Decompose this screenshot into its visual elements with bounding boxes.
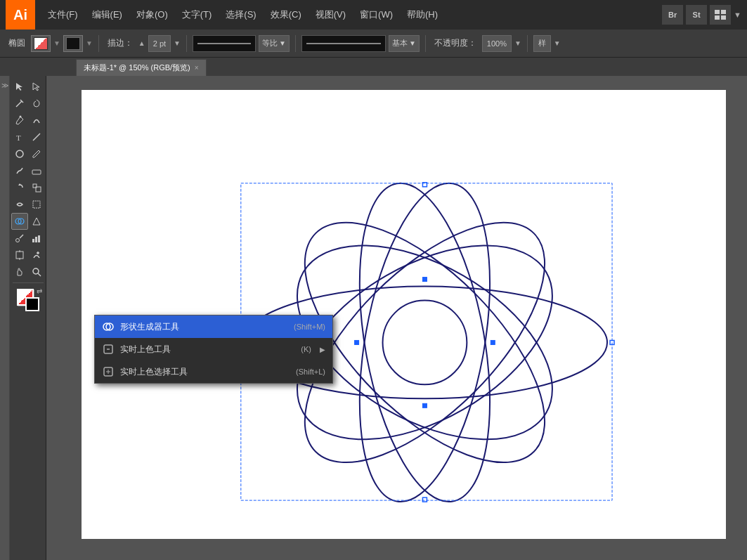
scale-tool[interactable] bbox=[29, 180, 44, 195]
left-panel: ≫ bbox=[0, 76, 10, 560]
stroke-color bbox=[66, 37, 80, 50]
live-paint-tool-item[interactable]: 实时上色工具 (K) ▶ bbox=[95, 338, 332, 360]
warp-tool[interactable] bbox=[12, 197, 27, 212]
toolbox-divider-color bbox=[13, 282, 44, 283]
type-tool[interactable]: T bbox=[12, 129, 27, 145]
stroke-width-input[interactable]: 2 pt bbox=[148, 35, 171, 52]
svg-line-4 bbox=[16, 101, 22, 107]
live-paint-select-item[interactable]: 实时上色选择工具 (Shift+L) bbox=[95, 360, 332, 383]
menu-select[interactable]: 选择(S) bbox=[219, 6, 263, 24]
stroke-proportional-select[interactable]: 等比 ▼ bbox=[259, 35, 290, 52]
background-swatch[interactable] bbox=[25, 297, 39, 311]
stroke-down-arrow[interactable]: ▼ bbox=[174, 39, 181, 47]
svg-rect-0 bbox=[715, 10, 720, 14]
rotate-tool[interactable] bbox=[12, 180, 27, 195]
menu-help[interactable]: 帮助(H) bbox=[400, 6, 445, 24]
svg-rect-1 bbox=[721, 10, 726, 14]
tool-row-10 bbox=[12, 230, 44, 246]
opacity-dropdown[interactable]: ▼ bbox=[514, 39, 521, 47]
svg-point-6 bbox=[19, 116, 21, 118]
svg-rect-3 bbox=[721, 15, 726, 20]
perspective-grid-tool[interactable] bbox=[29, 214, 44, 229]
toolbox: T bbox=[10, 76, 46, 560]
menu-view[interactable]: 视图(V) bbox=[308, 6, 353, 24]
style-sample[interactable]: 样 bbox=[533, 35, 551, 52]
stroke-basic-select[interactable]: 基本 ▼ bbox=[389, 35, 420, 52]
shape-builder-icon bbox=[102, 320, 115, 333]
stroke-profile-selector[interactable] bbox=[301, 35, 386, 52]
control-toolbar: 椭圆 ▼ ▼ 描边： ▲ 2 pt ▼ 等比 ▼ 基本 ▼ 不透明度： 100%… bbox=[0, 30, 747, 58]
tool-row-9 bbox=[12, 214, 44, 229]
workspace-arrow[interactable]: ▼ bbox=[734, 11, 741, 19]
tool-row-11 bbox=[12, 247, 44, 263]
dropdown-arrow-stroke[interactable]: ▼ bbox=[86, 39, 93, 47]
tool-row-6 bbox=[12, 163, 44, 178]
paintbrush-tool[interactable] bbox=[29, 146, 44, 162]
svg-rect-2 bbox=[715, 15, 720, 20]
stroke-swatch[interactable] bbox=[63, 35, 83, 52]
zoom-tool[interactable] bbox=[29, 264, 44, 280]
direct-selection-tool[interactable] bbox=[29, 79, 44, 94]
stroke-up-arrow[interactable]: ▲ bbox=[138, 39, 145, 47]
ai-logo[interactable]: Ai bbox=[6, 0, 35, 30]
shape-builder-tool-item[interactable]: 形状生成器工具 (Shift+M) bbox=[95, 315, 332, 338]
canvas-area[interactable]: 形状生成器工具 (Shift+M) 实时上色工具 (K) ▶ bbox=[46, 76, 747, 560]
eraser-tool[interactable] bbox=[29, 163, 44, 178]
menu-effect[interactable]: 效果(C) bbox=[264, 6, 308, 24]
panel-collapse-arrow[interactable]: ≫ bbox=[1, 82, 8, 89]
menu-file[interactable]: 文件(F) bbox=[41, 6, 85, 24]
dropdown-arrow-fill[interactable]: ▼ bbox=[53, 39, 60, 47]
opacity-input[interactable]: 100% bbox=[482, 35, 512, 52]
workspace-switcher[interactable] bbox=[710, 5, 731, 25]
shape-builder-tool[interactable] bbox=[12, 214, 27, 229]
magic-wand-tool[interactable] bbox=[12, 96, 27, 111]
tool-row-8 bbox=[12, 197, 44, 212]
svg-text:T: T bbox=[16, 134, 21, 142]
menu-window[interactable]: 窗口(W) bbox=[353, 6, 400, 24]
bridge-button[interactable]: Br bbox=[662, 5, 683, 25]
pencil-tool[interactable] bbox=[12, 163, 27, 178]
hand-tool[interactable] bbox=[12, 264, 27, 280]
tool-row-4: T bbox=[12, 129, 44, 145]
tool-row-1 bbox=[12, 79, 44, 94]
shape-builder-label: 形状生成器工具 bbox=[120, 321, 288, 333]
stroke-width-label: 描边： bbox=[105, 37, 136, 49]
live-paint-submenu-arrow: ▶ bbox=[320, 346, 325, 353]
symbol-sprayer-tool[interactable] bbox=[12, 230, 27, 246]
swap-colors-button[interactable]: ⇄ bbox=[37, 287, 42, 295]
free-transform-tool[interactable] bbox=[29, 197, 44, 212]
stroke-line-preview bbox=[197, 43, 251, 44]
divider2 bbox=[186, 35, 187, 52]
add-anchor-tool[interactable] bbox=[29, 247, 44, 263]
artboard-tool[interactable] bbox=[12, 247, 27, 263]
divider4 bbox=[425, 35, 426, 52]
menubar-right: Br St ▼ bbox=[662, 5, 741, 25]
live-paint-select-label: 实时上色选择工具 bbox=[120, 366, 290, 378]
stroke-dash-selector[interactable] bbox=[193, 35, 256, 52]
document-tab[interactable]: 未标题-1* @ 150% (RGB/预览) × bbox=[76, 59, 207, 76]
fill-swatch[interactable] bbox=[31, 35, 51, 52]
svg-rect-20 bbox=[35, 237, 37, 242]
column-graph-tool[interactable] bbox=[29, 230, 44, 246]
menu-text[interactable]: 文字(T) bbox=[175, 6, 219, 24]
svg-rect-19 bbox=[32, 239, 34, 242]
context-menu: 形状生成器工具 (Shift+M) 实时上色工具 (K) ▶ bbox=[94, 315, 333, 384]
menu-edit[interactable]: 编辑(E) bbox=[85, 6, 129, 24]
live-paint-shortcut: (K) bbox=[301, 345, 311, 353]
stock-button[interactable]: St bbox=[686, 5, 707, 25]
tool-row-3 bbox=[12, 112, 44, 128]
svg-point-9 bbox=[16, 150, 23, 157]
menubar: Ai 文件(F) 编辑(E) 对象(O) 文字(T) 选择(S) 效果(C) 视… bbox=[0, 0, 747, 30]
pen-tool[interactable] bbox=[12, 112, 27, 128]
style-arrow[interactable]: ▼ bbox=[554, 39, 561, 47]
curvature-tool[interactable] bbox=[29, 112, 44, 128]
tabbar: 未标题-1* @ 150% (RGB/预览) × bbox=[0, 58, 747, 76]
menu-object[interactable]: 对象(O) bbox=[129, 6, 175, 24]
line-tool[interactable] bbox=[29, 129, 44, 145]
rectangle-tool[interactable] bbox=[12, 146, 27, 162]
opacity-label: 不透明度： bbox=[431, 37, 479, 49]
tab-close-button[interactable]: × bbox=[195, 64, 199, 72]
color-area: ⇄ bbox=[13, 289, 44, 311]
selection-tool[interactable] bbox=[12, 79, 27, 94]
lasso-tool[interactable] bbox=[29, 96, 44, 111]
